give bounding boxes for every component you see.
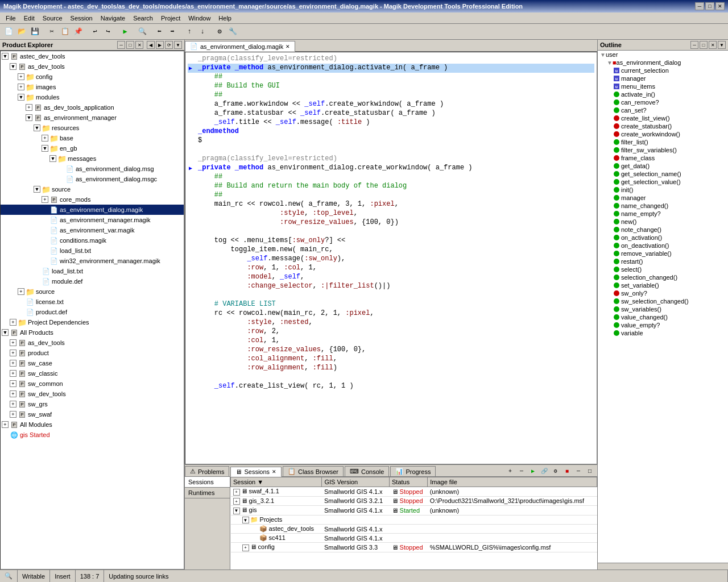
tree-expand-icon[interactable]: ▼ [18,94,24,101]
tb-paste[interactable]: 📌 [72,26,84,38]
col-image-file[interactable]: Image file [428,477,597,487]
outline-maximize[interactable]: □ [700,41,708,49]
outline-item[interactable]: activate_in() [598,90,728,98]
session-row[interactable]: +🖥 configSmallworld GIS 3.3🖥 Stopped%SMA… [231,543,597,552]
tree-item[interactable]: +Psw_common [1,379,184,389]
tab-sessions[interactable]: 🖥 Sessions ✕ [230,467,282,477]
tree-item[interactable]: 📄conditions.magik [1,235,184,246]
sessions-remove-btn[interactable]: ─ [516,466,527,476]
outline-item[interactable]: can_set? [598,106,728,114]
tree-expand-icon[interactable]: + [10,370,16,377]
session-expand-icon[interactable]: + [242,544,249,551]
outline-item[interactable]: sw_only? [598,289,728,297]
tree-expand-icon[interactable]: + [10,319,16,326]
sidebar-runtimes-btn[interactable]: Runtimes [185,488,230,498]
outline-item[interactable]: umanager [598,74,728,82]
tree-item[interactable]: +Psw_swaf [1,409,184,419]
outline-item[interactable]: create_workwindow() [598,130,728,138]
outline-item[interactable]: can_remove? [598,98,728,106]
menu-session[interactable]: Session [67,14,96,22]
outline-item[interactable]: sw_variables() [598,305,728,313]
menu-project[interactable]: Project [158,14,184,22]
tree-expand-icon[interactable]: + [18,84,24,90]
menu-search[interactable]: Search [130,14,156,22]
outline-item[interactable]: name_changed() [598,202,728,210]
menu-help[interactable]: Help [215,14,235,22]
outline-item[interactable]: filter_sw_variables() [598,146,728,154]
outline-item[interactable]: filter_list() [598,138,728,146]
session-expand-icon[interactable]: ▼ [242,517,249,523]
sessions-tab-close[interactable]: ✕ [272,469,276,475]
outline-item[interactable]: value_changed() [598,313,728,321]
outline-content[interactable]: ▼ user▼ ■ as_environment_dialogucurrent_… [598,51,728,563]
tree-item[interactable]: 📄as_environment_manager.magik [1,215,184,225]
tree-item[interactable]: +📁base [1,133,184,143]
tree-expand-icon[interactable]: + [2,421,9,428]
tb-search[interactable]: 🔍 [136,26,148,38]
tree-item[interactable]: 📄license.txt [1,297,184,307]
tree-item[interactable]: +📁Project Dependencies [1,317,184,327]
outline-item[interactable]: variable [598,329,728,337]
panel-close[interactable]: ✕ [135,41,143,49]
tree-item[interactable]: 📄win32_environment_manager.magik [1,256,184,266]
tree-item[interactable]: 📄as_environment_dialog.msg [1,164,184,174]
outline-minimize[interactable]: ─ [690,41,698,49]
tree-item[interactable]: ▼Pas_dev_tools [1,61,184,72]
sessions-table-wrapper[interactable]: Session ▼ GIS Version Status Image file … [230,477,597,569]
outline-item[interactable]: remove_variable() [598,250,728,257]
panel-maximize[interactable]: □ [126,41,134,49]
tree-item[interactable]: 📄product.def [1,307,184,317]
sessions-add-btn[interactable]: + [505,466,515,476]
outline-item[interactable]: create_statusbar() [598,122,728,130]
menu-window[interactable]: Window [185,14,214,22]
code-editor[interactable]: _pragma(classify_level=restricted)▶_priv… [185,52,597,464]
panel-menu[interactable]: ▼ [174,41,182,49]
tree-item[interactable]: ▼Pastec_dev_tools [1,51,184,61]
tree-item[interactable]: +PAll Modules [1,419,184,430]
outline-item[interactable]: get_selection_value() [598,178,728,186]
tree-item[interactable]: 📄as_environment_var.magik [1,225,184,235]
tb-new[interactable]: 📄 [2,26,15,38]
outline-item[interactable]: create_list_view() [598,114,728,122]
col-session[interactable]: Session ▼ [231,477,322,487]
tree-item[interactable]: +Psw_dev_tools [1,389,184,399]
outline-item[interactable]: init() [598,186,728,194]
outline-item[interactable]: selection_changed() [598,273,728,281]
outline-item[interactable]: name_empty? [598,210,728,218]
session-row[interactable]: +🖥 gis_3.2.1Smallworld GIS 3.2.1🖥 Stoppe… [231,496,597,506]
tree-expand-icon[interactable]: + [10,380,16,387]
outline-item[interactable]: ucurrent_selection [598,66,728,74]
outline-item[interactable]: sw_selection_changed() [598,297,728,305]
outline-item[interactable]: set_variable() [598,281,728,289]
tb-b6[interactable]: 🔧 [226,26,239,38]
panel-sync[interactable]: ⟳ [165,41,173,49]
tb-save[interactable]: 💾 [28,26,41,38]
tb-b3[interactable]: ↑ [183,26,196,38]
minimize-button[interactable]: ─ [695,2,704,10]
tab-class-browser[interactable]: 📋 Class Browser [283,466,344,476]
tb-b1[interactable]: ⬅ [153,26,166,38]
outline-controls[interactable]: ─ □ ✕ ▼ [690,41,726,49]
session-row[interactable]: ▼📁 Projects [231,515,597,525]
col-gis-version[interactable]: GIS Version [322,477,390,487]
tree-item[interactable]: 📄as_environment_dialog.magik [1,205,184,215]
session-row[interactable]: 📦 astec_dev_toolsSmallworld GIS 4.1.x [231,525,597,534]
tree-item[interactable]: ▼📁modules [1,92,184,102]
tab-console[interactable]: ⌨ Console [345,466,389,476]
tab-problems[interactable]: ⚠ Problems [185,466,229,476]
tree-expand-icon[interactable]: ▼ [10,63,16,70]
tree-item[interactable]: +Psw_classic [1,368,184,379]
tree-expand-icon[interactable]: ▼ [34,186,40,193]
tb-redo[interactable]: ↪ [102,26,114,38]
outline-root[interactable]: ▼ user [598,51,728,59]
panel-nav-back[interactable]: ◀ [147,41,155,49]
sessions-settings-btn[interactable]: ⚙ [551,466,561,476]
sessions-max-btn[interactable]: □ [585,466,595,476]
tree-expand-icon[interactable]: ▼ [49,155,56,162]
tb-b2[interactable]: ➡ [166,26,179,38]
outline-item[interactable]: new() [598,218,728,226]
tree-item[interactable]: +Pas_dev_tools_application [1,102,184,113]
outline-item[interactable]: get_selection_name() [598,170,728,178]
tree-item[interactable]: +📁source [1,286,184,297]
tree-item[interactable]: 📄load_list.txt [1,266,184,276]
